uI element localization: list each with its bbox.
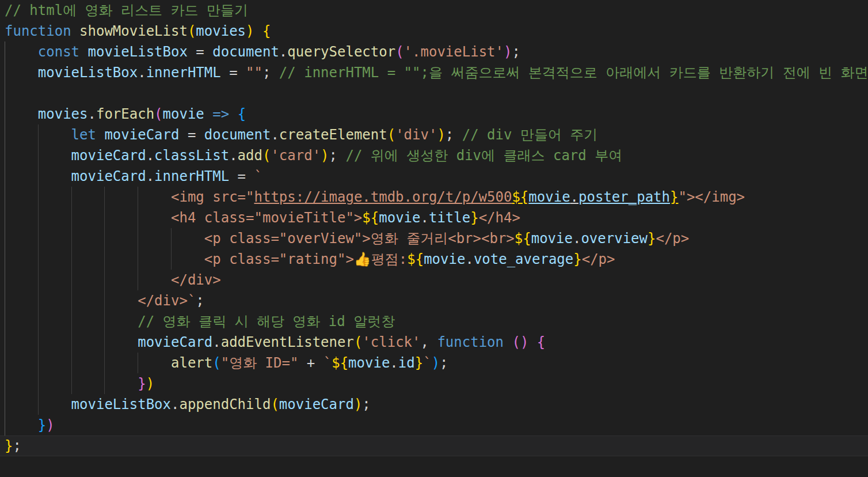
code-token: <img src=" [171,189,254,205]
code-token: movie [531,230,573,247]
code-token: . [271,127,279,143]
code-line[interactable]: alert("영화 ID=" + `${movie.id}`); [0,353,868,373]
code-token [504,334,512,350]
code-text: movieCard.classList.add('card'); // 위에 생… [5,147,622,164]
indent-guide-active [5,83,5,104]
code-token: ) [437,127,445,143]
code-token: , [420,334,437,350]
code-token: movieCard [138,334,212,350]
code-line-current[interactable]: }; [0,436,868,456]
code-line[interactable]: movieCard.classList.add('card'); // 위에 생… [0,145,868,166]
code-token: add [238,147,262,164]
code-text: <p class="overView">영화 줄거리<br><br>${movi… [5,230,689,247]
code-text: // html에 영화 리스트 카드 만들기 [5,2,248,18]
code-token: addEventListener [221,334,354,350]
code-line[interactable]: // html에 영화 리스트 카드 만들기 [0,0,868,21]
code-token: <h4 class="movieTitle"> [171,210,362,226]
code-line[interactable]: movieCard.innerHTML = ` [0,166,868,187]
code-token: "></img> [678,189,745,205]
code-token: ; [446,127,462,143]
code-token: </p> [656,230,689,247]
code-token: movie [379,210,420,226]
code-token: vote_average [474,251,573,267]
code-token: . [279,44,287,60]
code-token: // html에 영화 리스트 카드 만들기 [5,2,248,18]
code-token: <p class="overView">영화 줄거리<br><br> [204,230,515,247]
code-token: = [188,44,212,60]
code-line[interactable]: movieListBox.appendChild(movieCard); [0,394,868,415]
code-line[interactable] [0,456,868,477]
code-token: . [88,106,96,122]
code-line[interactable]: }) [0,373,868,394]
code-text: movieCard.innerHTML = ` [5,168,262,184]
code-line[interactable]: <img src="https://image.tmdb.org/t/p/w50… [0,187,868,207]
code-token: ( [387,127,395,143]
code-text: <img src="https://image.tmdb.org/t/p/w50… [5,189,745,205]
code-line[interactable]: <p class="rating">👍평점:${movie.vote_avera… [0,249,868,270]
code-token [71,23,79,39]
code-token: ` [254,168,262,184]
code-token: overview [581,230,648,247]
code-token [79,44,87,60]
code-token [254,23,262,39]
code-line[interactable]: </div> [0,270,868,290]
code-token: </h4> [479,210,520,226]
code-token: . [420,210,428,226]
code-token: ( [271,396,279,412]
code-token: . [146,168,154,184]
code-token: ( [395,44,403,60]
code-line[interactable]: movies.forEach(movie => { [0,104,868,124]
code-token: movieCard [71,168,146,184]
code-token: alert [171,355,212,371]
code-token: ; [329,147,346,164]
code-token: document [204,127,271,143]
code-token: ( [188,23,196,39]
code-token: ) [354,396,362,412]
code-token: ` [323,355,332,371]
code-token: ; [13,438,21,454]
code-token: ( [154,106,162,122]
code-token: + [298,355,323,371]
code-token: } [648,230,656,247]
code-token: // innerHTML = "";을 써줌으로써 본격적으로 아래에서 카드를… [279,65,868,81]
code-token: movies [38,106,88,122]
code-token: appendChild [179,396,271,412]
code-token: } [670,189,678,205]
code-line[interactable]: movieListBox.innerHTML = ""; // innerHTM… [0,62,868,83]
code-token [528,334,536,350]
code-editor[interactable]: // html에 영화 리스트 카드 만들기function showMovie… [0,0,868,477]
code-token: () [512,334,528,350]
code-line[interactable]: </div>`; [0,290,868,311]
code-token: function [437,334,504,350]
code-line[interactable]: function showMovieList(movies) { [0,21,868,41]
code-token: { [537,334,545,350]
code-line[interactable]: // 영화 클릭 시 해당 영화 id 알럿창 [0,311,868,332]
code-token: ${ [515,230,531,247]
code-token: } [415,355,423,371]
code-token: ; [362,396,370,412]
code-token: } [573,251,581,267]
code-text: // 영화 클릭 시 해당 영화 id 알럿창 [5,313,395,330]
code-token: = [221,65,246,81]
code-line[interactable]: movieCard.addEventListener('click', func… [0,332,868,353]
code-text: movieCard.addEventListener('click', func… [5,334,545,350]
code-token: ${ [407,251,424,267]
code-token: const [38,44,79,60]
code-token: ) [146,376,154,392]
code-token: movie [424,251,465,267]
code-text: const movieListBox = document.querySelec… [5,44,520,60]
code-token: ( [212,355,220,371]
code-token: } [470,210,478,226]
code-text: }) [5,376,154,392]
code-token: { [238,106,246,122]
code-token: ; [196,293,204,309]
code-line[interactable]: const movieListBox = document.querySelec… [0,41,868,62]
code-line[interactable] [0,83,868,104]
code-line[interactable]: <h4 class="movieTitle">${movie.title}</h… [0,207,868,228]
code-line[interactable]: }) [0,415,868,436]
code-line[interactable]: <p class="overView">영화 줄거리<br><br>${movi… [0,228,868,249]
code-token: ) [46,417,54,433]
code-line[interactable]: let movieCard = document.createElement('… [0,124,868,145]
code-token: ` [423,355,431,371]
code-token: innerHTML [146,65,221,81]
